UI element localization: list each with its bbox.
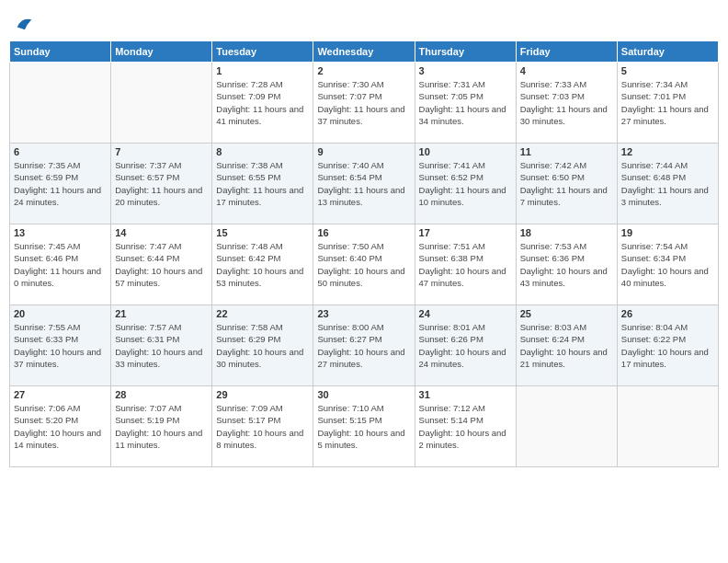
day-number: 3 xyxy=(419,65,512,76)
calendar-cell: 16Sunrise: 7:50 AM Sunset: 6:40 PM Dayli… xyxy=(313,224,415,305)
calendar-cell: 18Sunrise: 7:53 AM Sunset: 6:36 PM Dayli… xyxy=(516,224,617,305)
calendar-cell xyxy=(111,63,212,144)
day-number: 11 xyxy=(520,146,613,157)
day-info: Sunrise: 7:45 AM Sunset: 6:46 PM Dayligh… xyxy=(14,240,107,289)
day-info: Sunrise: 7:06 AM Sunset: 5:20 PM Dayligh… xyxy=(14,402,107,451)
logo xyxy=(13,13,35,33)
calendar-cell: 6Sunrise: 7:35 AM Sunset: 6:59 PM Daylig… xyxy=(10,144,111,224)
day-number: 29 xyxy=(216,389,309,400)
day-info: Sunrise: 7:35 AM Sunset: 6:59 PM Dayligh… xyxy=(14,159,107,208)
day-number: 10 xyxy=(419,146,512,157)
weekday-header-saturday: Saturday xyxy=(617,41,718,63)
calendar-cell: 4Sunrise: 7:33 AM Sunset: 7:03 PM Daylig… xyxy=(516,63,617,144)
weekday-header-row: SundayMondayTuesdayWednesdayThursdayFrid… xyxy=(10,41,719,63)
day-number: 16 xyxy=(317,227,410,238)
calendar-cell: 27Sunrise: 7:06 AM Sunset: 5:20 PM Dayli… xyxy=(10,386,111,467)
calendar-cell: 17Sunrise: 7:51 AM Sunset: 6:38 PM Dayli… xyxy=(415,224,516,305)
calendar-cell: 10Sunrise: 7:41 AM Sunset: 6:52 PM Dayli… xyxy=(415,144,516,224)
calendar-cell: 3Sunrise: 7:31 AM Sunset: 7:05 PM Daylig… xyxy=(415,63,516,144)
day-info: Sunrise: 7:37 AM Sunset: 6:57 PM Dayligh… xyxy=(115,159,208,208)
weekday-header-tuesday: Tuesday xyxy=(212,41,313,63)
calendar-cell: 12Sunrise: 7:44 AM Sunset: 6:48 PM Dayli… xyxy=(617,144,718,224)
calendar-week-3: 13Sunrise: 7:45 AM Sunset: 6:46 PM Dayli… xyxy=(10,224,719,305)
day-info: Sunrise: 7:50 AM Sunset: 6:40 PM Dayligh… xyxy=(317,240,410,289)
day-number: 20 xyxy=(14,308,107,319)
day-info: Sunrise: 7:41 AM Sunset: 6:52 PM Dayligh… xyxy=(419,159,512,208)
weekday-header-sunday: Sunday xyxy=(10,41,111,63)
day-number: 1 xyxy=(216,65,309,76)
calendar-cell: 2Sunrise: 7:30 AM Sunset: 7:07 PM Daylig… xyxy=(313,63,415,144)
day-info: Sunrise: 7:10 AM Sunset: 5:15 PM Dayligh… xyxy=(317,402,410,451)
calendar-cell: 30Sunrise: 7:10 AM Sunset: 5:15 PM Dayli… xyxy=(313,386,415,467)
day-number: 4 xyxy=(520,65,613,76)
calendar-cell: 23Sunrise: 8:00 AM Sunset: 6:27 PM Dayli… xyxy=(313,305,415,386)
day-info: Sunrise: 7:30 AM Sunset: 7:07 PM Dayligh… xyxy=(317,78,410,127)
calendar-cell: 7Sunrise: 7:37 AM Sunset: 6:57 PM Daylig… xyxy=(111,144,212,224)
day-info: Sunrise: 7:09 AM Sunset: 5:17 PM Dayligh… xyxy=(216,402,309,451)
day-info: Sunrise: 8:03 AM Sunset: 6:24 PM Dayligh… xyxy=(520,321,613,370)
day-info: Sunrise: 7:47 AM Sunset: 6:44 PM Dayligh… xyxy=(115,240,208,289)
calendar-cell: 14Sunrise: 7:47 AM Sunset: 6:44 PM Dayli… xyxy=(111,224,212,305)
day-info: Sunrise: 7:07 AM Sunset: 5:19 PM Dayligh… xyxy=(115,402,208,451)
day-info: Sunrise: 7:55 AM Sunset: 6:33 PM Dayligh… xyxy=(14,321,107,370)
day-info: Sunrise: 7:48 AM Sunset: 6:42 PM Dayligh… xyxy=(216,240,309,289)
day-number: 18 xyxy=(520,227,613,238)
calendar-body: 1Sunrise: 7:28 AM Sunset: 7:09 PM Daylig… xyxy=(10,63,719,467)
day-number: 7 xyxy=(115,146,208,157)
day-info: Sunrise: 8:01 AM Sunset: 6:26 PM Dayligh… xyxy=(419,321,512,370)
day-number: 9 xyxy=(317,146,410,157)
calendar-table: SundayMondayTuesdayWednesdayThursdayFrid… xyxy=(9,40,719,467)
weekday-header-wednesday: Wednesday xyxy=(313,41,415,63)
day-info: Sunrise: 7:42 AM Sunset: 6:50 PM Dayligh… xyxy=(520,159,613,208)
day-number: 22 xyxy=(216,308,309,319)
day-number: 26 xyxy=(621,308,714,319)
page-header xyxy=(9,9,719,33)
day-number: 2 xyxy=(317,65,410,76)
calendar-week-5: 27Sunrise: 7:06 AM Sunset: 5:20 PM Dayli… xyxy=(10,386,719,467)
logo-icon xyxy=(15,13,35,33)
day-info: Sunrise: 7:40 AM Sunset: 6:54 PM Dayligh… xyxy=(317,159,410,208)
weekday-header-monday: Monday xyxy=(111,41,212,63)
calendar-cell: 31Sunrise: 7:12 AM Sunset: 5:14 PM Dayli… xyxy=(415,386,516,467)
day-number: 12 xyxy=(621,146,714,157)
calendar-cell: 11Sunrise: 7:42 AM Sunset: 6:50 PM Dayli… xyxy=(516,144,617,224)
weekday-header-thursday: Thursday xyxy=(415,41,516,63)
calendar-cell: 5Sunrise: 7:34 AM Sunset: 7:01 PM Daylig… xyxy=(617,63,718,144)
day-number: 28 xyxy=(115,389,208,400)
calendar-cell: 1Sunrise: 7:28 AM Sunset: 7:09 PM Daylig… xyxy=(212,63,313,144)
calendar-week-4: 20Sunrise: 7:55 AM Sunset: 6:33 PM Dayli… xyxy=(10,305,719,386)
day-number: 5 xyxy=(621,65,714,76)
calendar-cell: 29Sunrise: 7:09 AM Sunset: 5:17 PM Dayli… xyxy=(212,386,313,467)
day-info: Sunrise: 7:44 AM Sunset: 6:48 PM Dayligh… xyxy=(621,159,714,208)
day-info: Sunrise: 7:53 AM Sunset: 6:36 PM Dayligh… xyxy=(520,240,613,289)
day-number: 31 xyxy=(419,389,512,400)
calendar-cell: 21Sunrise: 7:57 AM Sunset: 6:31 PM Dayli… xyxy=(111,305,212,386)
calendar-cell: 13Sunrise: 7:45 AM Sunset: 6:46 PM Dayli… xyxy=(10,224,111,305)
calendar-cell: 28Sunrise: 7:07 AM Sunset: 5:19 PM Dayli… xyxy=(111,386,212,467)
calendar-header: SundayMondayTuesdayWednesdayThursdayFrid… xyxy=(10,41,719,63)
day-number: 17 xyxy=(419,227,512,238)
day-number: 13 xyxy=(14,227,107,238)
weekday-header-friday: Friday xyxy=(516,41,617,63)
day-number: 19 xyxy=(621,227,714,238)
calendar-cell: 9Sunrise: 7:40 AM Sunset: 6:54 PM Daylig… xyxy=(313,144,415,224)
calendar-cell: 25Sunrise: 8:03 AM Sunset: 6:24 PM Dayli… xyxy=(516,305,617,386)
day-number: 24 xyxy=(419,308,512,319)
day-info: Sunrise: 7:33 AM Sunset: 7:03 PM Dayligh… xyxy=(520,78,613,127)
calendar-cell: 20Sunrise: 7:55 AM Sunset: 6:33 PM Dayli… xyxy=(10,305,111,386)
day-info: Sunrise: 7:54 AM Sunset: 6:34 PM Dayligh… xyxy=(621,240,714,289)
day-info: Sunrise: 7:57 AM Sunset: 6:31 PM Dayligh… xyxy=(115,321,208,370)
day-number: 15 xyxy=(216,227,309,238)
day-info: Sunrise: 7:34 AM Sunset: 7:01 PM Dayligh… xyxy=(621,78,714,127)
day-info: Sunrise: 7:51 AM Sunset: 6:38 PM Dayligh… xyxy=(419,240,512,289)
calendar-cell xyxy=(516,386,617,467)
day-info: Sunrise: 7:58 AM Sunset: 6:29 PM Dayligh… xyxy=(216,321,309,370)
day-number: 14 xyxy=(115,227,208,238)
day-number: 21 xyxy=(115,308,208,319)
day-info: Sunrise: 8:00 AM Sunset: 6:27 PM Dayligh… xyxy=(317,321,410,370)
calendar-cell: 8Sunrise: 7:38 AM Sunset: 6:55 PM Daylig… xyxy=(212,144,313,224)
day-info: Sunrise: 8:04 AM Sunset: 6:22 PM Dayligh… xyxy=(621,321,714,370)
calendar-cell: 24Sunrise: 8:01 AM Sunset: 6:26 PM Dayli… xyxy=(415,305,516,386)
day-number: 27 xyxy=(14,389,107,400)
calendar-cell: 19Sunrise: 7:54 AM Sunset: 6:34 PM Dayli… xyxy=(617,224,718,305)
